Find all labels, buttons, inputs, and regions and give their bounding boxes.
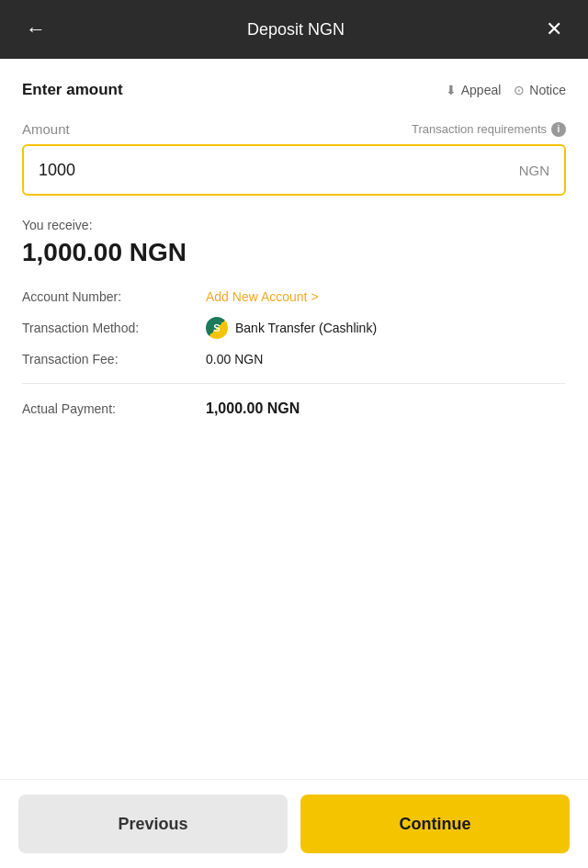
enter-amount-label: Enter amount bbox=[22, 81, 123, 99]
transaction-requirements[interactable]: Transaction requirements i bbox=[412, 122, 566, 137]
notice-label: Notice bbox=[529, 83, 566, 97]
currency-badge: NGN bbox=[519, 163, 549, 178]
close-icon: ✕ bbox=[546, 17, 562, 41]
transaction-method-row: Transaction Method: S Bank Transfer (Cas… bbox=[22, 317, 566, 339]
you-receive-label: You receive: bbox=[22, 218, 566, 232]
info-icon: i bbox=[551, 122, 566, 137]
you-receive-amount: 1,000.00 NGN bbox=[22, 238, 566, 267]
amount-label: Amount bbox=[22, 121, 70, 137]
footer: Previous Continue bbox=[0, 779, 588, 868]
actual-payment-label: Actual Payment: bbox=[22, 401, 206, 416]
cashlink-icon: S bbox=[206, 317, 228, 339]
content-area: Enter amount ⬇ Appeal ⊙ Notice Amount Tr… bbox=[0, 59, 588, 779]
continue-button[interactable]: Continue bbox=[300, 795, 570, 853]
close-button[interactable]: ✕ bbox=[538, 10, 570, 49]
amount-input-container: NGN bbox=[22, 144, 566, 196]
appeal-notice-group: ⬇ Appeal ⊙ Notice bbox=[446, 83, 566, 97]
header: ← Deposit NGN ✕ bbox=[0, 0, 588, 59]
you-receive-section: You receive: 1,000.00 NGN bbox=[22, 218, 566, 267]
notice-button[interactable]: ⊙ Notice bbox=[514, 83, 566, 97]
transaction-method-value: S Bank Transfer (Cashlink) bbox=[206, 317, 377, 339]
add-account-link[interactable]: Add New Account > bbox=[206, 289, 319, 304]
appeal-icon: ⬇ bbox=[446, 83, 457, 97]
transaction-fee-label: Transaction Fee: bbox=[22, 352, 206, 366]
transaction-method-text: Bank Transfer (Cashlink) bbox=[235, 321, 377, 335]
account-number-row: Account Number: Add New Account > bbox=[22, 289, 566, 304]
appeal-button[interactable]: ⬇ Appeal bbox=[446, 83, 502, 97]
divider bbox=[22, 383, 566, 384]
appeal-label: Appeal bbox=[461, 83, 502, 97]
amount-row: Amount Transaction requirements i bbox=[22, 121, 566, 137]
actual-payment-row: Actual Payment: 1,000.00 NGN bbox=[22, 400, 566, 417]
transaction-req-label: Transaction requirements bbox=[412, 122, 547, 136]
modal-container: ← Deposit NGN ✕ Enter amount ⬇ Appeal ⊙ … bbox=[0, 0, 588, 868]
notice-icon: ⊙ bbox=[514, 83, 525, 97]
back-icon: ← bbox=[26, 17, 46, 41]
actual-payment-value: 1,000.00 NGN bbox=[206, 400, 300, 417]
transaction-method-label: Transaction Method: bbox=[22, 321, 206, 335]
amount-input[interactable] bbox=[39, 161, 519, 180]
back-button[interactable]: ← bbox=[18, 10, 53, 49]
previous-button[interactable]: Previous bbox=[18, 795, 288, 853]
header-title: Deposit NGN bbox=[53, 20, 538, 39]
transaction-fee-value: 0.00 NGN bbox=[206, 352, 263, 366]
top-row: Enter amount ⬇ Appeal ⊙ Notice bbox=[22, 81, 566, 99]
account-number-label: Account Number: bbox=[22, 289, 206, 304]
transaction-fee-row: Transaction Fee: 0.00 NGN bbox=[22, 352, 566, 366]
